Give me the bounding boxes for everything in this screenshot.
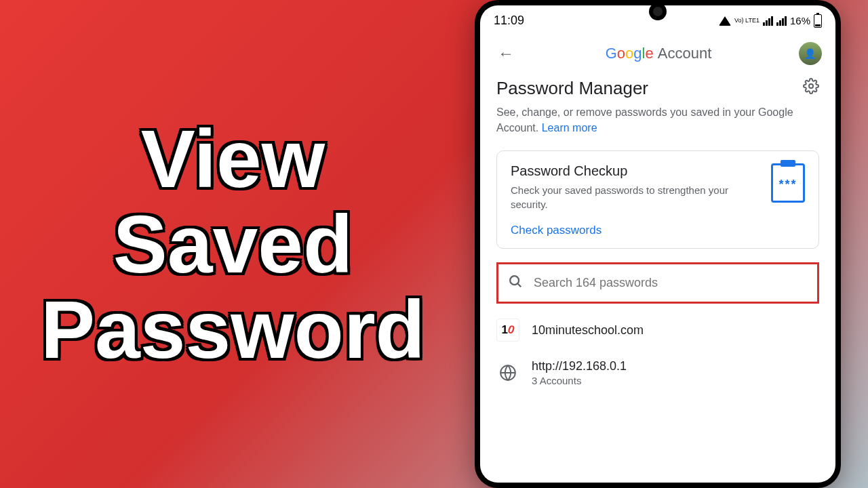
wifi-icon	[719, 16, 731, 26]
settings-button[interactable]	[803, 78, 819, 98]
signal-icon-1	[763, 16, 773, 26]
signal-icon-2	[776, 16, 787, 26]
svg-line-2	[517, 284, 521, 287]
check-passwords-link[interactable]: Check passwords	[511, 224, 805, 237]
phone-screen: 11:09 Vo) LTE1 16% ← Google Account 👤 Pa…	[480, 5, 835, 483]
search-passwords-field[interactable]	[496, 262, 819, 304]
page-title: Password Manager	[496, 78, 648, 99]
site-favicon: 10	[496, 319, 519, 342]
svg-point-0	[809, 84, 813, 88]
checkup-description: Check your saved passwords to strengthen…	[511, 183, 762, 211]
google-logo: Google	[606, 45, 654, 62]
svg-point-1	[510, 277, 519, 285]
clipboard-icon	[771, 163, 805, 203]
back-button[interactable]: ←	[494, 40, 518, 67]
list-item[interactable]: 10 10minuteschool.com	[496, 308, 819, 348]
password-manager-section: Password Manager See, change, or remove …	[480, 78, 835, 249]
camera-cutout	[649, 3, 667, 20]
site-name: 10minuteschool.com	[532, 323, 644, 338]
page-description: See, change, or remove passwords you sav…	[496, 104, 819, 136]
app-title: Google Account	[606, 45, 712, 62]
profile-avatar[interactable]: 👤	[799, 42, 822, 65]
site-sub: 3 Accounts	[532, 375, 627, 386]
search-icon	[508, 274, 523, 292]
thumbnail-title: View Saved Password	[41, 116, 425, 372]
gear-icon	[803, 78, 819, 94]
globe-icon	[496, 361, 519, 384]
battery-percent: 16%	[790, 15, 810, 26]
list-item[interactable]: http://192.168.0.1 3 Accounts	[496, 348, 819, 393]
password-list: 10 10minuteschool.com http://192.168.0.1…	[480, 304, 835, 393]
phone-frame: 11:09 Vo) LTE1 16% ← Google Account 👤 Pa…	[475, 0, 841, 488]
status-icons: Vo) LTE1 16%	[719, 14, 822, 28]
learn-more-link[interactable]: Learn more	[542, 122, 597, 134]
status-time: 11:09	[494, 14, 524, 28]
app-header: ← Google Account 👤	[480, 33, 835, 78]
search-input[interactable]	[534, 276, 808, 290]
lte-label: Vo) LTE1	[734, 18, 760, 24]
battery-icon	[814, 14, 822, 28]
site-name: http://192.168.0.1	[532, 359, 627, 373]
password-checkup-card: Password Checkup Check your saved passwo…	[496, 150, 819, 249]
checkup-title: Password Checkup	[511, 163, 762, 179]
